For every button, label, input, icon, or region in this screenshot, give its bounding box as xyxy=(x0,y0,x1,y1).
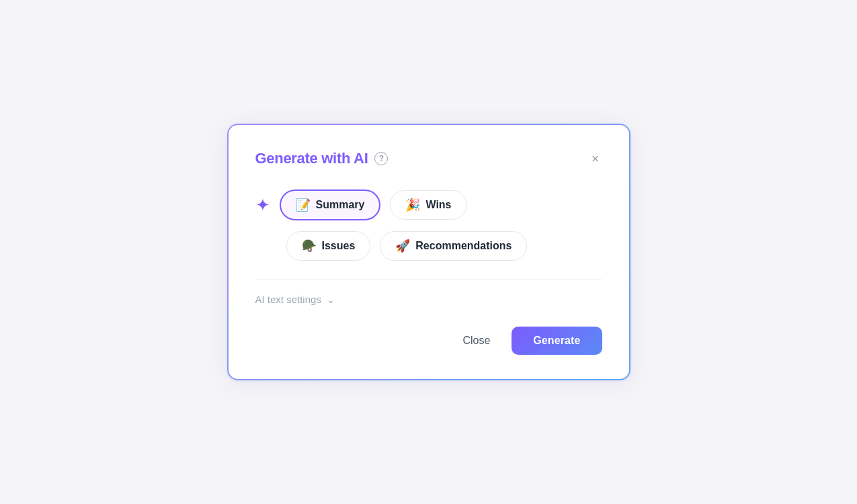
chevron-down-icon: ⌄ xyxy=(327,294,335,305)
close-icon: × xyxy=(591,152,600,165)
settings-label: AI text settings xyxy=(255,294,321,305)
option-chip-wins[interactable]: 🎉 Wins xyxy=(390,190,466,220)
dialog-title-row: Generate with AI ? xyxy=(255,150,389,167)
recommendations-label: Recommendations xyxy=(415,240,512,252)
option-chip-recommendations[interactable]: 🚀 Recommendations xyxy=(380,231,527,261)
options-row-1: ✦ 📝 Summary 🎉 Wins xyxy=(255,190,602,220)
close-icon-button[interactable]: × xyxy=(589,149,602,168)
dialog-title: Generate with AI xyxy=(255,150,368,167)
generate-ai-dialog: Generate with AI ? × ✦ 📝 Summary 🎉 Wins … xyxy=(227,124,630,380)
wins-emoji: 🎉 xyxy=(405,198,420,212)
option-chip-summary[interactable]: 📝 Summary xyxy=(280,190,381,220)
ai-sparkle-icon: ✦ xyxy=(255,195,270,216)
options-area: ✦ 📝 Summary 🎉 Wins 🪖 Issues 🚀 Recommenda… xyxy=(255,190,602,261)
wins-label: Wins xyxy=(425,199,451,211)
option-chip-issues[interactable]: 🪖 Issues xyxy=(286,231,371,261)
generate-button[interactable]: Generate xyxy=(512,327,602,355)
close-button[interactable]: Close xyxy=(452,328,501,353)
help-icon[interactable]: ? xyxy=(374,152,388,165)
issues-emoji: 🪖 xyxy=(302,239,317,253)
options-row-2: 🪖 Issues 🚀 Recommendations xyxy=(255,231,602,261)
dialog-footer: Close Generate xyxy=(255,327,602,355)
divider xyxy=(255,280,602,280)
ai-text-settings-row[interactable]: AI text settings ⌄ xyxy=(255,294,602,305)
summary-emoji: 📝 xyxy=(296,198,311,212)
issues-label: Issues xyxy=(322,240,356,252)
summary-label: Summary xyxy=(316,199,365,211)
recommendations-emoji: 🚀 xyxy=(395,239,410,253)
dialog-header: Generate with AI ? × xyxy=(255,149,602,168)
